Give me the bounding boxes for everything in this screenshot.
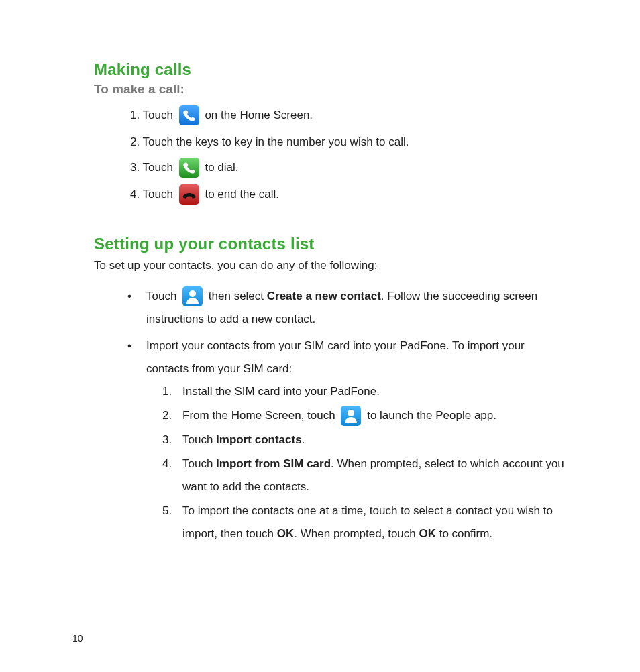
import-sim-bold: Import from SIM card [216, 457, 331, 470]
sub-content: Touch Import contacts. [182, 429, 566, 451]
sub-step-3: 3. Touch Import contacts. [162, 429, 566, 451]
sub-num: 2. [162, 404, 182, 427]
svg-rect-1 [179, 158, 199, 178]
sub-num: 3. [162, 429, 182, 451]
bullet-marker: • [127, 285, 146, 331]
i5-post: to confirm. [436, 527, 492, 540]
bullet-item-import-sim: • Import your contacts from your SIM car… [127, 335, 566, 547]
contacts-bullet-list: • Touch then select Create a new contact… [94, 285, 566, 547]
phone-icon [179, 105, 199, 125]
steps-make-call: 1. Touch on the Home Screen. 2. Touch th… [94, 106, 566, 205]
sub-content: Install the SIM card into your PadFone. [182, 380, 566, 403]
sub-num: 1. [162, 380, 182, 403]
end-call-icon [179, 184, 199, 205]
svg-point-6 [348, 410, 354, 416]
sub-content: To import the contacts one at a time, to… [182, 500, 566, 545]
sub-step-2: 2. From the Home Screen, touch to launch… [162, 404, 566, 427]
step-4: 4. Touch to end the call. [130, 185, 566, 205]
sub-content: From the Home Screen, touch to launch th… [182, 404, 566, 427]
sub-num: 5. [162, 500, 182, 545]
i5-mid: . When prompted, touch [294, 527, 419, 540]
sub-num: 4. [162, 453, 182, 498]
document-page: Making calls To make a call: 1. Touch on… [0, 0, 640, 672]
ok-bold-2: OK [419, 527, 436, 540]
section-heading-contacts: Setting up your contacts list [94, 235, 566, 254]
b1-pre: Touch [146, 290, 180, 302]
step-4-prefix: 4. Touch [130, 188, 176, 201]
step-3-prefix: 3. Touch [130, 162, 176, 174]
step-1-suffix: on the Home Screen. [202, 109, 313, 121]
people-icon [341, 406, 361, 426]
i2-pre: From the Home Screen, touch [182, 409, 338, 422]
svg-rect-0 [179, 105, 199, 125]
i3-post: . [302, 433, 305, 446]
step-1: 1. Touch on the Home Screen. [130, 106, 566, 126]
svg-point-4 [189, 290, 196, 297]
import-sim-sublist: 1. Install the SIM card into your PadFon… [146, 380, 566, 545]
dial-icon [179, 158, 199, 178]
ok-bold-1: OK [277, 527, 295, 540]
step-4-suffix: to end the call. [202, 188, 279, 201]
import-contacts-bold: Import contacts [216, 433, 302, 446]
people-icon [182, 286, 203, 306]
i3-pre: Touch [182, 433, 216, 446]
page-number: 10 [72, 633, 83, 644]
create-contact-bold: Create a new contact [267, 290, 381, 302]
b1-mid1: then select [205, 290, 267, 302]
sub-step-5: 5. To import the contacts one at a time,… [162, 500, 566, 545]
section-subheading-to-make-call: To make a call: [94, 82, 566, 97]
step-3-suffix: to dial. [202, 162, 239, 174]
bullet-content: Import your contacts from your SIM card … [146, 335, 566, 547]
step-2: 2. Touch the keys to key in the number y… [130, 133, 566, 152]
bullet-content: Touch then select Create a new contact. … [146, 285, 566, 331]
section-contacts-intro: To set up your contacts, you can do any … [94, 256, 566, 274]
b2-text: Import your contacts from your SIM card … [146, 339, 525, 375]
step-1-prefix: 1. Touch [130, 109, 176, 121]
i4-pre: Touch [182, 457, 216, 470]
step-3: 3. Touch to dial. [130, 158, 566, 178]
sub-step-4: 4. Touch Import from SIM card. When prom… [162, 453, 566, 498]
sub-step-1: 1. Install the SIM card into your PadFon… [162, 380, 566, 403]
bullet-item-create-contact: • Touch then select Create a new contact… [127, 285, 566, 331]
bullet-marker: • [127, 335, 146, 547]
sub-content: Touch Import from SIM card. When prompte… [182, 453, 566, 498]
i2-post: to launch the People app. [364, 409, 496, 422]
section-heading-making-calls: Making calls [94, 60, 566, 79]
